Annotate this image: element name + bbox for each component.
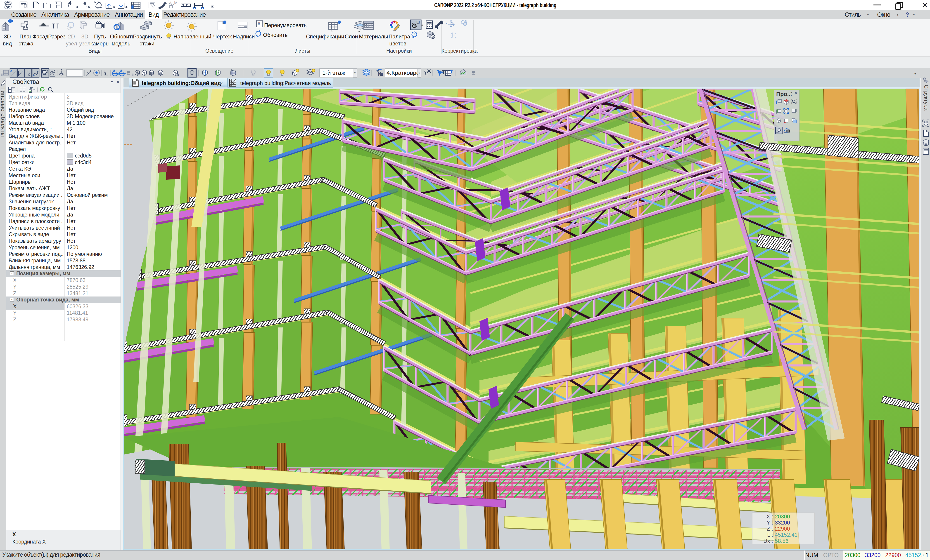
svg-text:#: # [258,21,260,26]
svg-text:A: A [169,0,172,6]
svg-text:i: i [413,32,415,37]
svg-text:M: M [174,1,177,5]
svg-text:№: № [378,72,383,77]
svg-text:EI: EI [416,20,420,24]
